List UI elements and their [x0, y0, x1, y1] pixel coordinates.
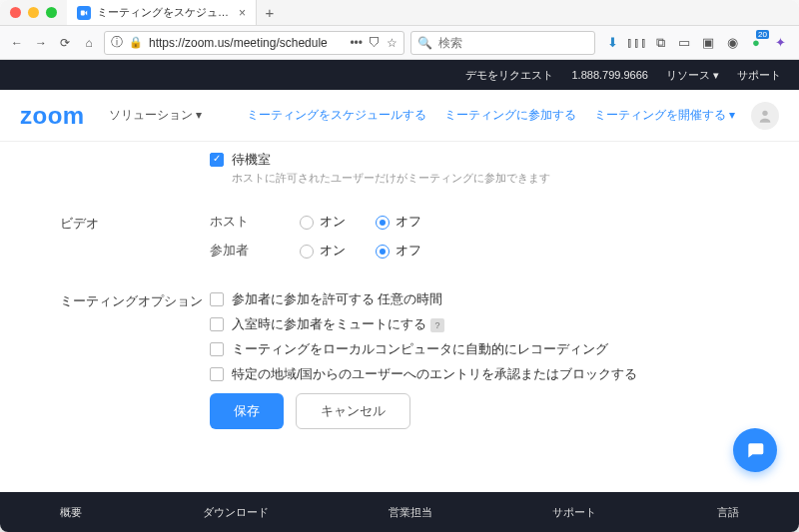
avatar[interactable] — [751, 102, 779, 130]
host-video-on[interactable]: オン — [300, 214, 346, 231]
puzzle-ext-icon[interactable]: ✦ — [773, 36, 787, 50]
participant-label: 参加者 — [210, 243, 270, 260]
form-area: 待機室 ホストに許可されたユーザーだけがミーティングに参加できます ビデオ ホス… — [0, 142, 799, 492]
empty-label — [60, 152, 210, 154]
browser-window: ミーティングをスケジュールする × + ← → ⟳ ⌂ ⓘ 🔒 ••• ⛉ ☆ … — [0, 0, 799, 532]
home-button[interactable]: ⌂ — [80, 36, 98, 50]
shield-icon: ⓘ — [111, 34, 123, 51]
demo-link[interactable]: デモをリクエスト — [465, 68, 553, 83]
participant-video-on[interactable]: オン — [300, 243, 346, 260]
support-link[interactable]: サポート — [737, 68, 781, 83]
forward-button[interactable]: → — [32, 36, 50, 50]
search-input[interactable] — [438, 36, 588, 50]
phone-link[interactable]: 1.888.799.9666 — [571, 69, 647, 81]
join-meeting-link[interactable]: ミーティングに参加する — [444, 107, 576, 124]
participant-video-row: 参加者 オン オフ — [210, 243, 769, 260]
chat-icon — [745, 440, 765, 460]
waiting-room-option[interactable]: 待機室 ホストに許可されたユーザーだけがミーティングに参加できます — [210, 152, 769, 186]
new-tab-button[interactable]: + — [257, 4, 283, 21]
page: デモをリクエスト 1.888.799.9666 リソース ▾ サポート zoom… — [0, 60, 799, 532]
waiting-room-label: 待機室 — [232, 152, 550, 169]
opt-join-anytime-checkbox[interactable] — [210, 292, 224, 306]
host-video-off[interactable]: オフ — [376, 214, 421, 231]
resources-link[interactable]: リソース ▾ — [666, 68, 719, 83]
zoom-logo[interactable]: zoom — [20, 102, 85, 130]
footer-download[interactable]: ダウンロード — [203, 505, 269, 520]
opt-record-checkbox[interactable] — [210, 342, 224, 356]
account-icon[interactable]: ◉ — [725, 36, 739, 50]
url-input[interactable] — [149, 36, 344, 50]
download-icon[interactable]: ⬇ — [605, 36, 619, 50]
user-icon — [757, 108, 773, 124]
minimize-window-button[interactable] — [28, 7, 39, 18]
opt-join-anytime[interactable]: 参加者に参加を許可する 任意の時間 — [210, 291, 769, 308]
host-video-row: ホスト オン オフ — [210, 214, 769, 231]
participant-video-off[interactable]: オフ — [376, 243, 421, 260]
extension-icons: ⬇ ⫿⫿⫿ ⧉ ▭ ▣ ◉ ●20 ✦ — [601, 36, 791, 50]
close-tab-button[interactable]: × — [239, 6, 246, 20]
options-section-label: ミーティングオプション — [60, 291, 210, 310]
info-icon[interactable]: ? — [430, 318, 444, 332]
header: zoom ソリューション ▾ ミーティングをスケジュールする ミーティングに参加… — [0, 90, 799, 142]
host-label: ホスト — [210, 214, 270, 231]
opt-region[interactable]: 特定の地域/国からのユーザーへのエントリを承認またはブロックする — [210, 366, 769, 383]
ext-badge: 20 — [756, 30, 769, 39]
action-buttons: 保存 キャンセル — [210, 393, 769, 429]
footer-language[interactable]: 言語 — [717, 505, 739, 520]
save-button[interactable]: 保存 — [210, 393, 284, 429]
evernote-ext-icon[interactable]: ●20 — [749, 36, 763, 50]
reader-shield-icon[interactable]: ⛉ — [369, 36, 381, 50]
schedule-meeting-link[interactable]: ミーティングをスケジュールする — [247, 107, 426, 124]
tab-title: ミーティングをスケジュールする — [97, 5, 233, 20]
search-box[interactable]: 🔍 — [410, 31, 595, 55]
opt-region-checkbox[interactable] — [210, 367, 224, 381]
svg-point-1 — [762, 110, 767, 115]
opt-record[interactable]: ミーティングをローカルコンピュータに自動的にレコーディング — [210, 341, 769, 358]
reload-button[interactable]: ⟳ — [56, 36, 74, 50]
star-icon[interactable]: ☆ — [387, 36, 398, 50]
library-icon[interactable]: ⫿⫿⫿ — [629, 36, 643, 50]
window-controls — [0, 7, 67, 18]
footer: 概要 ダウンロード 営業担当 サポート 言語 — [0, 492, 799, 532]
zoom-favicon-icon — [77, 6, 91, 20]
titlebar: ミーティングをスケジュールする × + — [0, 0, 799, 26]
footer-support[interactable]: サポート — [552, 505, 596, 520]
chat-fab[interactable] — [733, 428, 777, 472]
browser-tab[interactable]: ミーティングをスケジュールする × — [67, 0, 257, 25]
back-button[interactable]: ← — [8, 36, 26, 50]
lock-icon: 🔒 — [129, 36, 143, 49]
url-trailing-icons: ••• ⛉ ☆ — [350, 36, 398, 50]
url-box[interactable]: ⓘ 🔒 ••• ⛉ ☆ — [104, 31, 404, 55]
solutions-menu[interactable]: ソリューション ▾ — [109, 107, 202, 124]
maximize-window-button[interactable] — [46, 7, 57, 18]
pocket-icon[interactable]: ▣ — [701, 36, 715, 50]
address-bar: ← → ⟳ ⌂ ⓘ 🔒 ••• ⛉ ☆ 🔍 ⬇ ⫿⫿⫿ ⧉ ▭ ▣ ◉ ●20 … — [0, 26, 799, 60]
sidebar-icon[interactable]: ⧉ — [653, 36, 667, 50]
waiting-room-sub: ホストに許可されたユーザーだけがミーティングに参加できます — [232, 171, 550, 186]
svg-rect-0 — [81, 10, 85, 15]
top-utility-bar: デモをリクエスト 1.888.799.9666 リソース ▾ サポート — [0, 60, 799, 90]
window-icon[interactable]: ▭ — [677, 36, 691, 50]
opt-mute-checkbox[interactable] — [210, 317, 224, 331]
footer-overview[interactable]: 概要 — [60, 505, 82, 520]
opt-mute[interactable]: 入室時に参加者をミュートにする? — [210, 316, 769, 333]
dots-icon[interactable]: ••• — [350, 36, 363, 50]
footer-sales[interactable]: 営業担当 — [389, 505, 432, 520]
close-window-button[interactable] — [10, 7, 21, 18]
host-meeting-link[interactable]: ミーティングを開催する ▾ — [594, 107, 735, 124]
search-icon: 🔍 — [417, 36, 432, 50]
video-section-label: ビデオ — [60, 214, 210, 233]
waiting-room-checkbox[interactable] — [210, 153, 224, 167]
cancel-button[interactable]: キャンセル — [296, 393, 410, 429]
